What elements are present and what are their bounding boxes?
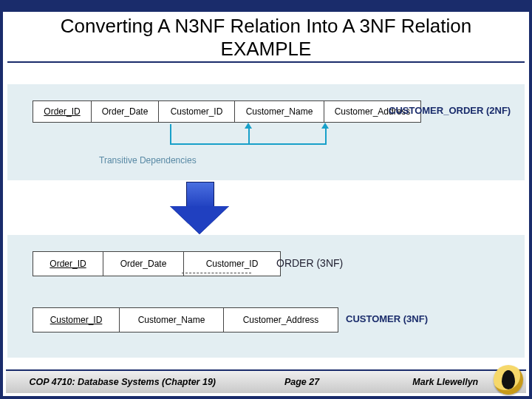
dep-src-drop <box>170 124 171 145</box>
slide-frame: Converting A N3NF Relation Into A 3NF Re… <box>0 0 532 399</box>
title-line-2: EXAMPLE <box>221 38 312 60</box>
panel-2nf: Order_ID Order_Date Customer_ID Customer… <box>7 84 525 180</box>
dep-name-stem <box>248 129 250 143</box>
label-customer-3nf: CUSTOMER (3NF) <box>346 313 428 324</box>
attr-customer-name: Customer_Name <box>235 100 324 123</box>
dep-addr-stem <box>325 129 327 143</box>
panel-3nf: Order_ID Order_Date Customer_ID ORDER (3… <box>7 235 525 358</box>
relation-customer: Customer_ID Customer_Name Customer_Addre… <box>33 307 338 332</box>
order-fk-dash <box>182 272 251 273</box>
slide-title: Converting A N3NF Relation Into A 3NF Re… <box>9 15 523 60</box>
footer-course: COP 4710: Database Systems (Chapter 19) <box>6 377 239 387</box>
title-line-1: Converting A N3NF Relation Into A 3NF Re… <box>61 15 471 37</box>
cust-attr-customer-id: Customer_ID <box>33 307 120 332</box>
footer-page: Page 27 <box>239 377 365 387</box>
order-attr-order-id: Order_ID <box>33 251 103 276</box>
label-order-3nf: ORDER (3NF) <box>276 257 343 269</box>
order-attr-order-date: Order_Date <box>103 251 184 276</box>
cust-attr-customer-name: Customer_Name <box>120 307 224 332</box>
label-transitive-dependencies: Transitive Dependencies <box>99 155 197 166</box>
attr-order-id: Order_ID <box>33 100 92 123</box>
cust-attr-customer-address: Customer_Address <box>224 307 338 332</box>
ucf-logo-icon <box>494 365 523 395</box>
relation-customer-order: Order_ID Order_Date Customer_ID Customer… <box>33 100 421 123</box>
decomposition-arrow-icon <box>170 182 229 235</box>
order-attr-customer-id-text: Customer_ID <box>206 259 259 269</box>
dep-name-arrowhead <box>245 123 252 129</box>
dep-horiz-line <box>170 143 327 145</box>
title-underline <box>7 61 525 63</box>
dep-addr-arrowhead <box>321 123 329 129</box>
label-customer-order-2nf: CUSTOMER_ORDER (2NF) <box>389 105 511 116</box>
attr-customer-id: Customer_ID <box>159 100 235 123</box>
slide-footer: COP 4710: Database Systems (Chapter 19) … <box>6 369 526 393</box>
attr-order-date: Order_Date <box>92 100 159 123</box>
